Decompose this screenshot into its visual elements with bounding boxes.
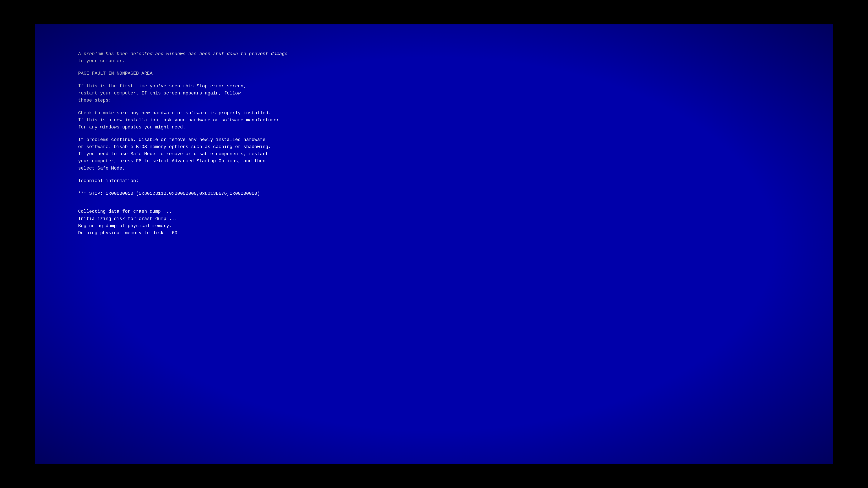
para1-line3: these steps: <box>78 97 790 104</box>
spacer1 <box>78 65 790 70</box>
dump-line2: Initializing disk for crash dump ... <box>78 216 790 223</box>
spacer3 <box>78 104 790 109</box>
para1-line1: If this is the first time you've seen th… <box>78 83 790 90</box>
para2-line3: for any windows updates you might need. <box>78 124 790 131</box>
spacer5 <box>78 172 790 177</box>
para2-line2: If this is a new installation, ask your … <box>78 117 790 124</box>
spacer2 <box>78 77 790 83</box>
spacer7 <box>78 197 790 203</box>
para2-line1: Check to make sure any new hardware or s… <box>78 110 790 117</box>
header-line2: to your computer. <box>78 58 790 65</box>
spacer6 <box>78 185 790 190</box>
bsod-screen: A problem has been detected and windows … <box>35 24 833 464</box>
para3-line5: select Safe Mode. <box>78 165 790 172</box>
para3-line4: your computer, press F8 to select Advanc… <box>78 158 790 165</box>
stop-code: *** STOP: 0x00000050 (0x80523110,0x00000… <box>78 190 790 197</box>
para1-line2: restart your computer. If this screen ap… <box>78 90 790 97</box>
error-code: PAGE_FAULT_IN_NONPAGED_AREA <box>78 70 790 77</box>
tech-header: Technical information: <box>78 177 790 185</box>
para3-line3: If you need to use Safe Mode to remove o… <box>78 151 790 158</box>
dump-line3: Beginning dump of physical memory. <box>78 223 790 230</box>
dump-line1: Collecting data for crash dump ... <box>78 208 790 215</box>
header-line1: A problem has been detected and windows … <box>78 51 790 58</box>
para3-line2: or software. Disable BIOS memory options… <box>78 143 790 151</box>
spacer8 <box>78 203 790 208</box>
spacer4 <box>78 131 790 136</box>
bsod-content: A problem has been detected and windows … <box>78 51 790 237</box>
para3-line1: If problems continue, disable or remove … <box>78 136 790 143</box>
dump-line4: Dumping physical memory to disk: 60 <box>78 230 790 237</box>
